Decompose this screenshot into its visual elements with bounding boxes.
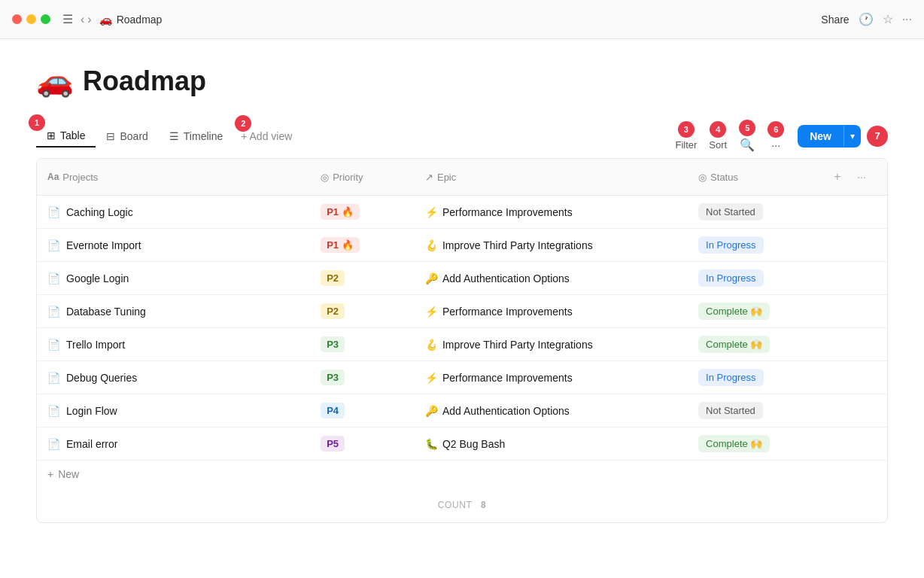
sort-label[interactable]: Sort [709,139,727,151]
status-cell: Complete 🙌 [688,328,816,361]
new-row-label: New [58,468,79,480]
main-content: 🚗 Roadmap 1 ⊞ Table ⊟ Board ☰ Timeline [0,39,924,523]
table-row[interactable]: 📄 Debug Queries P3 ⚡ Performance Improve… [37,361,887,394]
document-icon: 📄 [47,239,60,251]
col-header-actions: + ··· [816,159,887,196]
table-row[interactable]: 📄 Email error P5 🐛 Q2 Bug Bash Complete … [37,427,887,461]
project-cell: 📄 Debug Queries [37,361,310,394]
epic-col-label: Epic [437,172,456,183]
epic-icon: 🔑 [425,272,438,284]
epic-name: Add Authentication Options [442,272,570,284]
close-button[interactable] [12,14,22,24]
status-cell: In Progress [688,262,816,295]
new-row-button[interactable]: + New [37,460,887,488]
new-button-caret[interactable]: ▾ [843,126,861,147]
epic-icon: ⚡ [425,206,438,218]
priority-badge: P1 🔥 [321,237,360,253]
more-icon[interactable]: ··· [902,13,912,26]
epic-name: Performance Improvements [442,372,573,384]
forward-arrow[interactable]: › [87,13,91,26]
count-label: COUNT [438,500,472,510]
tab-board-label: Board [120,130,147,142]
priority-badge: P2 [321,270,345,286]
project-name: Login Flow [66,405,117,417]
project-cell: 📄 Login Flow [37,394,310,427]
epic-name: Improve Third Party Integrations [442,339,593,351]
row-actions-cell [816,295,887,328]
minimize-button[interactable] [26,14,36,24]
document-icon: 📄 [47,206,60,218]
document-icon: 📄 [47,405,60,417]
document-icon: 📄 [47,272,60,284]
hamburger-icon[interactable]: ☰ [62,12,73,26]
back-arrow[interactable]: ‹ [81,13,84,26]
priority-cell: P2 [310,295,415,328]
share-button[interactable]: Share [821,14,849,26]
priority-cell: P2 [310,262,415,295]
window-title: 🚗 Roadmap [99,14,163,26]
table-row[interactable]: 📄 Caching Logic P1 🔥 ⚡ Performance Impro… [37,196,887,229]
project-cell: 📄 Database Tuning [37,295,310,328]
epic-icon: 🐛 [425,438,438,450]
priority-col-label: Priority [333,172,363,183]
row-actions-cell [816,361,887,394]
table-body: 📄 Caching Logic P1 🔥 ⚡ Performance Impro… [37,196,887,461]
epic-name: Q2 Bug Bash [442,438,505,450]
maximize-button[interactable] [41,14,50,24]
filter-label[interactable]: Filter [675,139,697,151]
epic-name: Add Authentication Options [442,405,570,417]
table-row[interactable]: 📄 Google Login P2 🔑 Add Authentication O… [37,262,887,295]
add-column-button[interactable]: + [827,166,848,187]
table-row[interactable]: 📄 Trello Import P3 🪝 Improve Third Party… [37,328,887,361]
project-name: Google Login [66,272,129,284]
epic-name: Improve Third Party Integrations [442,239,593,251]
status-badge: Not Started [698,402,763,419]
more-options-icon[interactable]: ··· [771,139,780,151]
page-title-section: 🚗 Roadmap [36,63,888,99]
epic-icon: 🔑 [425,405,438,417]
search-icon[interactable]: 🔍 [740,138,755,152]
toolbar: 1 ⊞ Table ⊟ Board ☰ Timeline 2 + Add vie… [36,120,888,152]
row-actions-cell [816,394,887,427]
epic-cell: 🪝 Improve Third Party Integrations [415,328,688,361]
project-cell: 📄 Trello Import [37,328,310,361]
row-actions-cell [816,427,887,461]
priority-badge: P2 [321,303,345,319]
new-button[interactable]: New [798,125,843,148]
project-name: Email error [66,438,117,450]
priority-badge: P3 [321,336,345,352]
status-badge: Complete 🙌 [698,336,770,353]
table-row[interactable]: 📄 Database Tuning P2 ⚡ Performance Impro… [37,295,887,328]
table-row[interactable]: 📄 Login Flow P4 🔑 Add Authentication Opt… [37,394,887,427]
projects-col-icon: Aa [47,172,59,182]
count-value: 8 [481,500,486,510]
table-icon: ⊞ [47,129,56,141]
status-badge: Complete 🙌 [698,435,770,452]
tab-board[interactable]: ⊟ Board [96,126,158,147]
table-row[interactable]: 📄 Evernote Import P1 🔥 🪝 Improve Third P… [37,229,887,262]
tab-table[interactable]: ⊞ Table [36,125,96,148]
status-col-label: Status [710,172,738,183]
row-actions-cell [816,229,887,262]
epic-cell: 🪝 Improve Third Party Integrations [415,229,688,262]
epic-cell: 🔑 Add Authentication Options [415,394,688,427]
titlebar: ☰ ‹ › 🚗 Roadmap Share 🕐 ☆ ··· [0,0,924,39]
status-badge: Complete 🙌 [698,303,770,320]
document-icon: 📄 [47,306,60,318]
titlebar-right: Share 🕐 ☆ ··· [821,12,912,26]
tab-timeline[interactable]: ☰ Timeline [159,126,233,147]
status-badge: In Progress [698,269,763,287]
column-more-button[interactable]: ··· [851,166,872,187]
epic-icon: ⚡ [425,372,438,384]
project-cell: 📄 Google Login [37,262,310,295]
col-header-priority: ◎ Priority [310,159,415,196]
table-header-row: Aa Projects ◎ Priority ↗ Epic [37,159,887,196]
star-icon[interactable]: ☆ [883,12,893,26]
clock-icon[interactable]: 🕐 [859,12,874,26]
epic-cell: 🔑 Add Authentication Options [415,262,688,295]
epic-icon: 🪝 [425,239,438,251]
status-cell: Complete 🙌 [688,295,816,328]
epic-icon: ⚡ [425,306,438,318]
priority-cell: P1 🔥 [310,229,415,262]
priority-cell: P3 [310,328,415,361]
